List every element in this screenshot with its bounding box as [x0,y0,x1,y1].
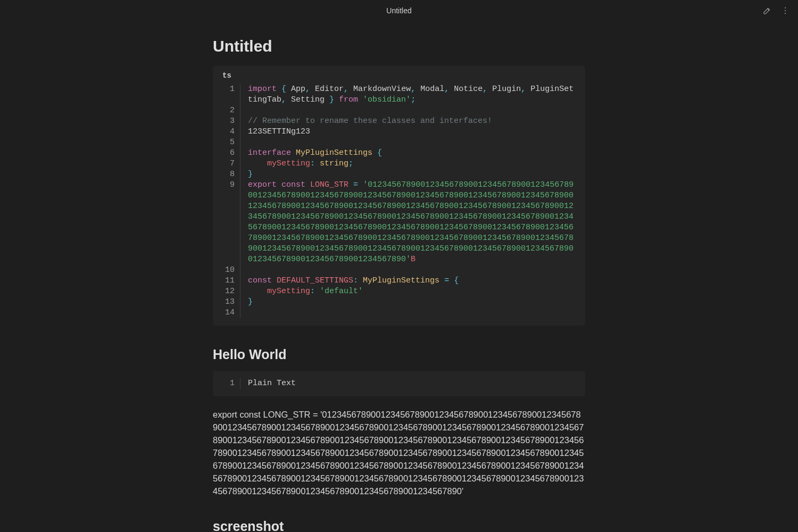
code-line: export const LONG_STR = '012345678900123… [248,180,578,265]
line-number: 9 [220,180,235,265]
svg-point-1 [785,10,786,11]
code-line: interface MyPluginSettings { [248,148,578,159]
code-line [248,105,578,116]
code-line [248,265,578,276]
line-number: 12 [220,286,235,297]
heading-screenshot[interactable]: screenshot [213,519,585,532]
titlebar-actions [762,0,791,21]
line-number: 8 [220,169,235,180]
code-line: import { App, Editor, MarkdownView, Moda… [248,84,578,105]
line-number: 1 [220,378,235,389]
line-number: 7 [220,159,235,169]
note-body[interactable]: Untitled ts 1234567891011121314 import {… [213,21,585,532]
code-gutter: 1 [220,378,240,389]
code-line: 123SETTINg123 [248,127,578,137]
line-number: 6 [220,148,235,159]
code-block-plain[interactable]: 1 Plain Text [213,371,585,396]
line-number: 13 [220,297,235,307]
line-number: 10 [220,265,235,276]
code-line [248,307,578,318]
tab-title[interactable]: Untitled [386,6,411,15]
line-number: 5 [220,137,235,148]
code-line: // Remember to rename these classes and … [248,116,578,127]
code-lang-label: ts [213,66,585,84]
paragraph-long-str[interactable]: export const LONG_STR = '012345678900123… [213,408,585,497]
code-line: } [248,169,578,180]
code-line: Plain Text [248,378,578,389]
svg-point-2 [785,13,786,14]
line-number: 11 [220,276,235,286]
code-gutter: 1234567891011121314 [220,84,240,318]
code-line: } [248,297,578,307]
code-line: mySetting: string; [248,159,578,169]
code-lines[interactable]: import { App, Editor, MarkdownView, Moda… [240,84,578,318]
code-line: mySetting: 'default' [248,286,578,297]
line-number: 2 [220,105,235,116]
code-block-ts[interactable]: ts 1234567891011121314 import { App, Edi… [213,66,585,326]
code-line [248,137,578,148]
code-line: const DEFAULT_SETTINGS: MyPluginSettings… [248,276,578,286]
line-number: 1 [220,84,235,105]
heading-hello-world[interactable]: Hello World [213,347,585,362]
line-number: 14 [220,307,235,318]
code-lines[interactable]: Plain Text [240,378,578,389]
page-title[interactable]: Untitled [213,37,585,55]
line-number: 3 [220,116,235,127]
edit-icon[interactable] [762,5,772,16]
svg-point-0 [785,7,786,9]
titlebar: Untitled [0,0,798,21]
line-number: 4 [220,127,235,137]
more-icon[interactable] [780,5,791,16]
